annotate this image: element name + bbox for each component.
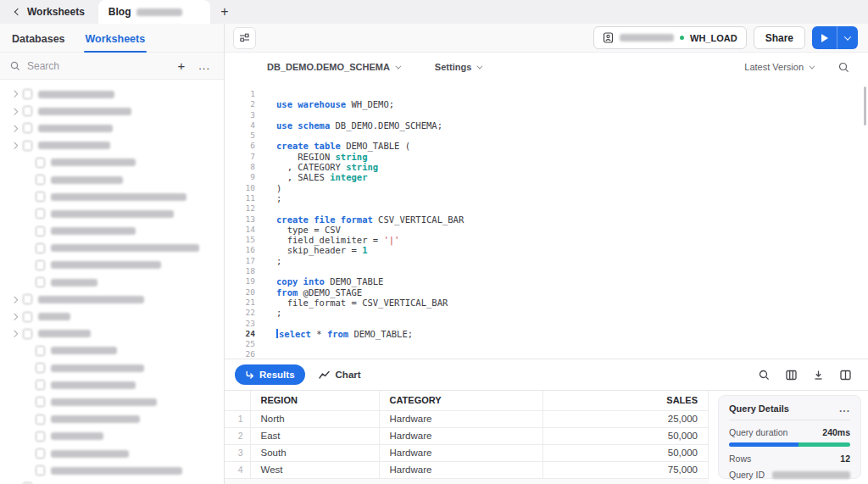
sidebar-tree-item[interactable] [0,462,224,479]
table-cell[interactable]: Hardware [379,444,542,461]
chevron-right-icon[interactable] [11,91,18,97]
editor-line[interactable]: 17; [225,256,868,266]
sidebar-tree-item[interactable] [0,274,224,291]
editor-line[interactable]: 5 [225,131,868,141]
sidebar-tree-item[interactable] [0,428,224,445]
column-header-sales[interactable]: SALES [542,391,709,410]
table-row[interactable]: 1NorthHardware25,000 [225,410,709,427]
sidebar-tree-item[interactable] [0,171,224,188]
table-cell[interactable]: Hardware [379,410,542,427]
editor-line[interactable]: 13create file format CSV_VERTICAL_BAR [225,214,868,225]
tab-worksheets[interactable]: Worksheets [86,33,146,52]
sidebar-tree-item[interactable] [0,445,224,462]
table-cell[interactable]: 25,000 [542,410,709,427]
sidebar-tree-item[interactable] [0,308,224,325]
sidebar-tree-item[interactable] [0,154,224,171]
chevron-right-icon[interactable] [11,296,18,303]
table-row[interactable]: 2EastHardware50,000 [225,427,709,444]
editor-search-button[interactable] [838,62,849,73]
tab-chart[interactable]: Chart [319,370,361,380]
add-worksheet-button[interactable]: + [174,59,188,72]
sidebar-tree-item[interactable] [0,223,224,240]
sidebar-tree-item[interactable] [0,103,224,120]
table-cell[interactable]: Hardware [379,461,542,478]
settings-dropdown[interactable]: Settings [435,62,481,72]
table-cell[interactable]: 50,000 [542,427,709,444]
search-results-button[interactable] [759,370,770,381]
sidebar-tree-item[interactable] [0,325,224,342]
table-row[interactable]: 3SouthHardware50,000 [225,444,709,461]
run-button[interactable] [812,26,837,49]
table-cell[interactable]: 75,000 [542,461,709,478]
download-results-button[interactable] [813,370,824,381]
sidebar-tree-item[interactable] [0,205,224,222]
editor-line[interactable]: 4use schema DB_DEMO.DEMO_SCHEMA; [225,120,868,131]
chevron-right-icon[interactable] [11,125,18,132]
query-duration-bar[interactable] [729,442,850,447]
table-cell[interactable]: Hardware [379,427,542,444]
editor-line[interactable]: 18 [225,266,868,276]
split-view-button[interactable] [840,370,851,381]
chevron-right-icon[interactable] [11,331,18,337]
sidebar-tree-item[interactable] [0,359,224,376]
column-header-region[interactable]: REGION [250,391,379,410]
tab-databases[interactable]: Databases [12,33,65,52]
editor-line[interactable]: 7 REGION string [225,152,868,162]
query-details-menu-button[interactable]: ... [839,406,850,411]
run-options-button[interactable] [837,26,858,49]
filters-button[interactable] [233,27,256,49]
tab-results[interactable]: Results [235,364,305,385]
editor-line[interactable]: 8 , CATEGORY string [225,162,868,172]
version-selector[interactable]: Latest Version [744,62,813,72]
sidebar-tree-item[interactable] [0,291,224,308]
table-row[interactable]: 4WestHardware75,000 [225,461,709,478]
sidebar-tree-item[interactable] [0,376,224,393]
sql-editor[interactable]: 12use warehouse WH_DEMO;34use schema DB_… [225,81,868,359]
sidebar-tree-item[interactable] [0,240,224,257]
editor-line[interactable]: 20from @DEMO_STAGE [225,287,868,298]
editor-line[interactable]: 16 skip_header = 1 [225,245,868,255]
sidebar-tree-item[interactable] [0,86,224,103]
back-to-worksheets-link[interactable]: Worksheets [0,0,98,24]
editor-line[interactable]: 22; [225,308,868,318]
table-scroll-track[interactable] [225,479,709,484]
sidebar-tree-item[interactable] [0,120,224,136]
columns-button[interactable] [786,370,797,381]
sidebar-tree-item[interactable] [0,188,224,205]
editor-line[interactable]: 2use warehouse WH_DEMO; [225,99,868,109]
sidebar-tree-item[interactable] [0,342,224,359]
editor-line[interactable]: 15 field_delimiter = '|' [225,235,868,245]
editor-line[interactable]: 25 [225,339,868,349]
table-cell[interactable]: East [250,427,379,444]
chevron-right-icon[interactable] [11,142,18,149]
editor-line[interactable]: 23 [225,319,868,329]
sidebar-more-button[interactable]: ... [195,60,214,71]
table-cell[interactable]: North [250,410,379,427]
table-cell[interactable]: South [250,444,379,461]
sidebar-tree-item[interactable] [0,137,224,154]
editor-line[interactable]: 21 file_format = CSV_VERTICAL_BAR [225,298,868,308]
sidebar-tree-item[interactable] [0,257,224,274]
editor-line[interactable]: 14 type = CSV [225,225,868,235]
editor-line[interactable]: 10) [225,183,868,193]
table-cell[interactable]: West [250,461,379,478]
role-warehouse-selector[interactable]: WH_LOAD [593,26,747,49]
sidebar-tree-item[interactable] [0,393,224,410]
editor-line[interactable]: 24select * from DEMO_TABLE; [225,329,868,339]
editor-line[interactable]: 11; [225,193,868,203]
redacted-query-id[interactable] [772,471,850,479]
share-button[interactable]: Share [754,26,805,49]
sidebar-tree-item[interactable] [0,479,224,484]
editor-line[interactable]: 19copy into DEMO_TABLE [225,276,868,287]
chevron-right-icon[interactable] [11,314,18,320]
worksheet-tab-active[interactable]: Blog [98,0,210,24]
search-input[interactable] [27,60,167,72]
editor-line[interactable]: 26 [225,349,868,359]
new-worksheet-tab-button[interactable]: + [210,0,239,24]
sidebar-tree-item[interactable] [0,411,224,428]
chevron-right-icon[interactable] [11,108,18,114]
editor-line[interactable]: 12 [225,203,868,214]
editor-line[interactable]: 9 , SALES integer [225,172,868,182]
editor-scrollbar[interactable] [864,86,866,125]
table-cell[interactable]: 50,000 [542,444,709,461]
